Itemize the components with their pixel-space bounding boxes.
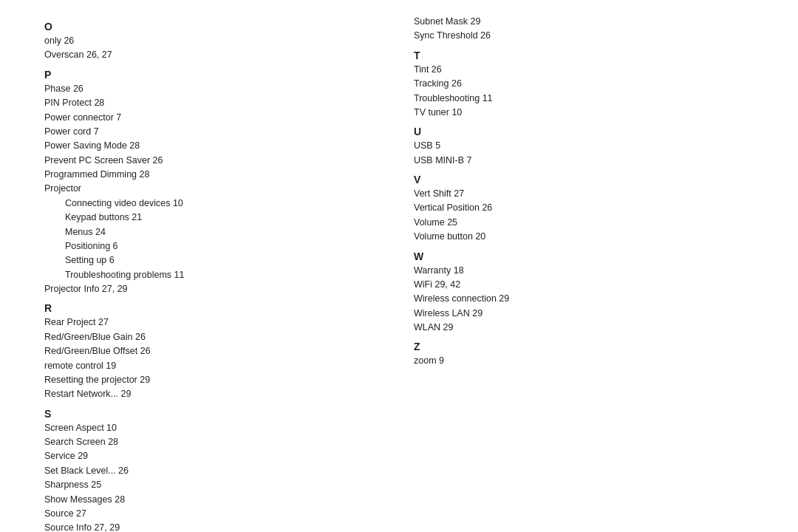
section-letter-v: V — [414, 174, 754, 185]
index-entry: Power Saving Mode 28 — [44, 139, 369, 153]
index-entry: Restart Network... 29 — [44, 387, 369, 401]
index-entry: Screen Aspect 10 — [44, 421, 369, 435]
index-entry: Overscan 26, 27 — [44, 48, 369, 62]
column-right: Subnet Mask 29Sync Threshold 26TTint 26T… — [399, 15, 754, 532]
index-entry: Phase 26 — [44, 82, 369, 96]
index-entry: Projector — [44, 182, 369, 196]
section-letter-p: P — [44, 69, 369, 81]
index-entry: remote control 19 — [44, 359, 369, 373]
index-entry: Sharpness 25 — [44, 478, 369, 492]
index-entry: USB MINI-B 7 — [414, 154, 754, 168]
index-entry: Warranty 18 — [414, 264, 754, 278]
index-entry: Troubleshooting 11 — [414, 92, 754, 106]
index-entry: Connecting video devices 10 — [44, 197, 369, 211]
index-entry: Keypad buttons 21 — [44, 211, 369, 225]
index-entry: Wireless LAN 29 — [414, 307, 754, 321]
section-letter-r: R — [44, 302, 369, 314]
index-entry: Resetting the projector 29 — [44, 373, 369, 387]
index-entry: Source Info 27, 29 — [44, 521, 369, 532]
index-entry: Setting up 6 — [44, 253, 369, 267]
index-entry: Subnet Mask 29 — [414, 15, 754, 29]
index-entry: Rear Project 27 — [44, 316, 369, 330]
section-letter-s: S — [44, 408, 369, 420]
index-entry: PIN Protect 28 — [44, 96, 369, 110]
index-entry: only 26 — [44, 34, 369, 48]
index-entry: Search Screen 28 — [44, 435, 369, 449]
index-entry: Red/Green/Blue Gain 26 — [44, 330, 369, 344]
index-entry: USB 5 — [414, 139, 754, 153]
index-entry: Show Messages 28 — [44, 493, 369, 507]
index-entry: Set Black Level... 26 — [44, 464, 369, 478]
column-left: Oonly 26Overscan 26, 27PPhase 26PIN Prot… — [44, 15, 399, 532]
index-entry: WLAN 29 — [414, 321, 754, 335]
index-entry: Source 27 — [44, 507, 369, 521]
section-letter-o: O — [44, 21, 369, 33]
index-entry: Volume button 20 — [414, 230, 754, 244]
index-entry: Red/Green/Blue Offset 26 — [44, 344, 369, 358]
index-entry: Wireless connection 29 — [414, 292, 754, 306]
index-entry: Power connector 7 — [44, 111, 369, 125]
index-entry: Volume 25 — [414, 216, 754, 230]
index-entry: Prevent PC Screen Saver 26 — [44, 154, 369, 168]
index-entry: Positioning 6 — [44, 239, 369, 253]
columns-wrapper: Oonly 26Overscan 26, 27PPhase 26PIN Prot… — [44, 15, 754, 532]
page-container: Oonly 26Overscan 26, 27PPhase 26PIN Prot… — [0, 0, 798, 532]
index-entry: Vertical Position 26 — [414, 201, 754, 215]
index-entry: Projector Info 27, 29 — [44, 282, 369, 296]
index-entry: Programmed Dimming 28 — [44, 168, 369, 182]
index-entry: Vert Shift 27 — [414, 187, 754, 201]
section-letter-z: Z — [414, 341, 754, 352]
section-letter-w: W — [414, 250, 754, 262]
section-letter-t: T — [414, 50, 754, 61]
index-entry: Tint 26 — [414, 63, 754, 77]
index-entry: Troubleshooting problems 11 — [44, 268, 369, 282]
index-entry: Service 29 — [44, 449, 369, 463]
index-entry: Menus 24 — [44, 225, 369, 239]
index-entry: zoom 9 — [414, 354, 754, 368]
index-entry: Power cord 7 — [44, 125, 369, 139]
index-entry: Tracking 26 — [414, 77, 754, 91]
section-letter-u: U — [414, 126, 754, 137]
index-entry: Sync Threshold 26 — [414, 29, 754, 43]
index-entry: WiFi 29, 42 — [414, 278, 754, 292]
index-entry: TV tuner 10 — [414, 106, 754, 120]
